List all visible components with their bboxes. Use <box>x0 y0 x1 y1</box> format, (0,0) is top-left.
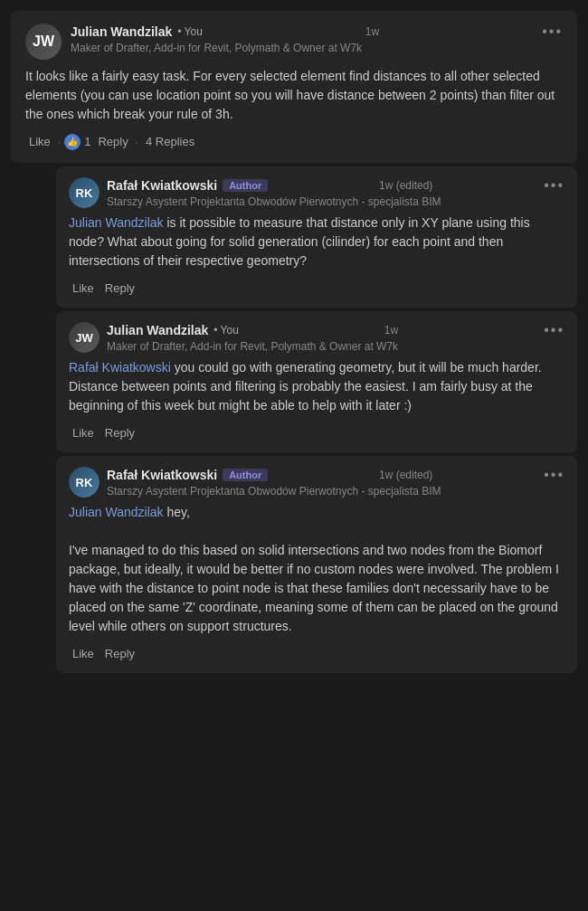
more-options-button[interactable]: ••• <box>544 177 564 194</box>
comment-body: It looks like a fairly easy task. For ev… <box>25 67 563 124</box>
author-name: Julian Wandzilak <box>107 323 208 337</box>
comment-time: 1w <box>384 324 398 337</box>
comment-header: JW Julian Wandzilak • You 1w ••• Maker o… <box>25 24 563 60</box>
comment-thread: JW Julian Wandzilak • You 1w ••• Maker o… <box>11 11 577 675</box>
reply-button[interactable]: Reply <box>101 645 138 662</box>
reply-3: RK Rafał Kwiatkowski Author 1w (edited) … <box>56 456 577 673</box>
reply-button[interactable]: Reply <box>101 280 138 297</box>
reply-header: RK Rafał Kwiatkowski Author 1w (edited) … <box>69 177 564 208</box>
name-row: Julian Wandzilak • You 1w ••• <box>71 24 563 40</box>
like-button[interactable]: Like <box>69 280 98 297</box>
comment-body: Julian Wandzilak hey, I've managed to do… <box>69 503 564 636</box>
more-options-button[interactable]: ••• <box>544 467 564 483</box>
reply-header: JW Julian Wandzilak • You 1w ••• Maker o… <box>69 322 564 353</box>
like-count: 👍 1 <box>64 134 90 150</box>
comment-meta: Rafał Kwiatkowski Author 1w (edited) •••… <box>107 177 564 208</box>
mention: Rafał Kwiatkowski <box>69 360 171 375</box>
you-badge: • You <box>213 324 239 337</box>
name-row: Julian Wandzilak • You 1w ••• <box>107 322 564 338</box>
more-options-button[interactable]: ••• <box>542 24 563 40</box>
mention: Julian Wandzilak <box>69 215 164 230</box>
comment-meta: Rafał Kwiatkowski Author 1w (edited) •••… <box>107 467 564 498</box>
comment-time: 1w (edited) <box>379 179 432 192</box>
reply-button[interactable]: Reply <box>94 133 131 150</box>
reply-1: RK Rafał Kwiatkowski Author 1w (edited) … <box>56 166 577 308</box>
avatar: RK <box>69 177 100 208</box>
author-subtitle: Maker of Drafter, Add-in for Revit, Poly… <box>71 42 563 54</box>
mention: Julian Wandzilak <box>69 505 164 519</box>
thumbs-up-icon: 👍 <box>64 134 81 150</box>
body-text: I've managed to do this based on solid i… <box>69 543 559 633</box>
author-name: Rafał Kwiatkowski <box>107 178 217 193</box>
author-name: Julian Wandzilak <box>71 24 172 39</box>
like-button[interactable]: Like <box>25 133 54 150</box>
name-row: Rafał Kwiatkowski Author 1w (edited) ••• <box>107 177 564 194</box>
reply-2: JW Julian Wandzilak • You 1w ••• Maker o… <box>56 311 577 452</box>
more-options-button[interactable]: ••• <box>544 322 564 338</box>
avatar: JW <box>69 322 100 353</box>
avatar: RK <box>69 467 100 498</box>
comment-time: 1w (edited) <box>379 469 432 481</box>
you-badge: • You <box>177 25 203 38</box>
comment-actions: Like Reply <box>69 280 564 297</box>
name-row: Rafał Kwiatkowski Author 1w (edited) ••• <box>107 467 564 483</box>
body-intro: hey, <box>164 505 190 519</box>
author-subtitle: Starszy Asystent Projektanta Obwodów Pie… <box>107 195 564 208</box>
comment-actions: Like · 👍 1 Reply · 4 Replies <box>25 133 563 150</box>
author-name: Rafał Kwiatkowski <box>107 468 217 482</box>
comment-body: Julian Wandzilak is it possible to measu… <box>69 214 564 270</box>
author-badge: Author <box>223 469 268 481</box>
replies-container: RK Rafał Kwiatkowski Author 1w (edited) … <box>56 166 577 675</box>
comment-actions: Like Reply <box>69 424 564 441</box>
comment-actions: Like Reply <box>69 645 564 662</box>
view-replies-button[interactable]: 4 Replies <box>142 133 198 150</box>
avatar: JW <box>25 24 62 60</box>
comment-meta: Julian Wandzilak • You 1w ••• Maker of D… <box>107 322 564 353</box>
comment-meta: Julian Wandzilak • You 1w ••• Maker of D… <box>71 24 563 54</box>
comment-body: Rafał Kwiatkowski you could go with gene… <box>69 358 564 415</box>
like-button[interactable]: Like <box>69 645 98 662</box>
reply-header: RK Rafał Kwiatkowski Author 1w (edited) … <box>69 467 564 498</box>
like-number: 1 <box>84 135 90 148</box>
reply-button[interactable]: Reply <box>101 424 138 441</box>
author-badge: Author <box>223 179 268 192</box>
top-comment: JW Julian Wandzilak • You 1w ••• Maker o… <box>11 11 577 163</box>
like-button[interactable]: Like <box>69 424 98 441</box>
comment-time: 1w <box>365 25 379 38</box>
author-subtitle: Maker of Drafter, Add-in for Revit, Poly… <box>107 340 564 353</box>
author-subtitle: Starszy Asystent Projektanta Obwodów Pie… <box>107 485 564 498</box>
